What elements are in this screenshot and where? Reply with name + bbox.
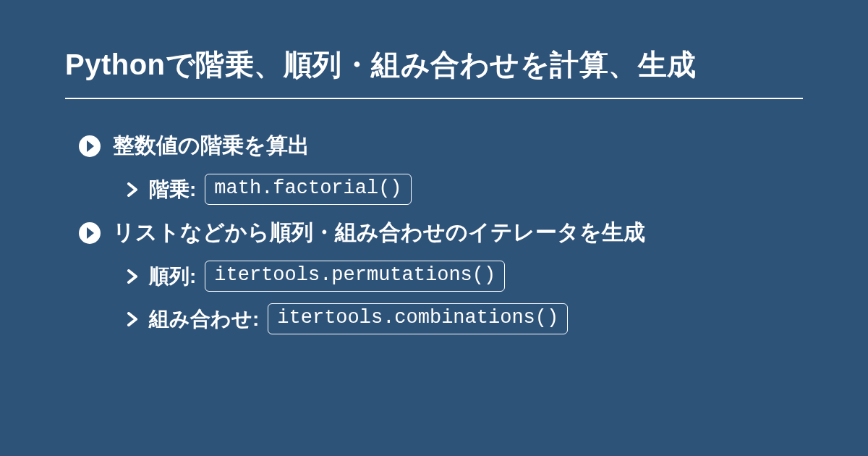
section-heading: リストなどから順列・組み合わせのイテレータを生成: [65, 211, 803, 255]
chevron-icon: [126, 182, 140, 197]
list-item: 順列: itertools.permutations(): [65, 255, 803, 297]
page-title: Pythonで階乗、順列・組み合わせを計算、生成: [65, 45, 803, 99]
item-label: 順列:: [149, 263, 196, 290]
chevron-circle-icon: [78, 135, 101, 158]
section-heading-text: 整数値の階乗を算出: [113, 131, 310, 161]
item-label: 階乗:: [149, 176, 196, 203]
code-snippet: itertools.permutations(): [205, 261, 505, 292]
section-heading-text: リストなどから順列・組み合わせのイテレータを生成: [113, 218, 645, 248]
code-snippet: math.factorial(): [205, 174, 411, 205]
chevron-icon: [126, 312, 140, 326]
section-heading: 整数値の階乗を算出: [65, 124, 803, 168]
list-item: 階乗: math.factorial(): [65, 168, 803, 211]
content-list: 整数値の階乗を算出 階乗: math.factorial() リストなどから順列…: [65, 99, 803, 340]
list-item: 組み合わせ: itertools.combinations(): [65, 297, 803, 340]
chevron-circle-icon: [78, 221, 101, 245]
code-snippet: itertools.combinations(): [268, 303, 568, 334]
chevron-icon: [126, 269, 140, 284]
item-label: 組み合わせ:: [149, 305, 259, 333]
